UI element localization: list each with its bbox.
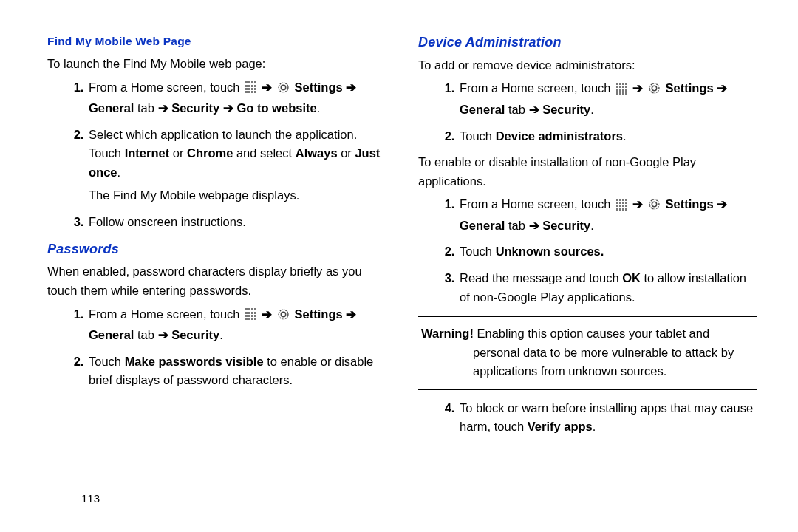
step-text: From a Home screen, touch <box>89 81 243 94</box>
arrow-icon: ➔ <box>158 101 168 115</box>
period: . <box>593 420 596 433</box>
tab-word: tab <box>134 101 157 115</box>
period: . <box>590 103 594 116</box>
device-admin-intro: To add or remove device administrators: <box>418 56 757 75</box>
period: . <box>590 219 594 232</box>
gear-icon <box>277 81 290 100</box>
arrow-icon: ➔ <box>262 81 272 94</box>
step-text: Touch <box>89 355 125 368</box>
security-label: Security <box>542 103 590 116</box>
warning-label: Warning! <box>421 327 474 340</box>
passwords-steps: From a Home screen, touch ➔ Settings ➔ G… <box>47 305 386 390</box>
goto-website-label: Go to website <box>236 101 316 115</box>
tab-word: tab <box>134 328 157 341</box>
np-step-3: Read the message and touch OK to allow i… <box>458 269 757 307</box>
arrow-icon: ➔ <box>346 307 356 321</box>
security-label: Security <box>171 328 219 341</box>
passwords-intro: When enabled, password characters displa… <box>47 262 386 300</box>
heading-find-my-mobile: Find My Mobile Web Page <box>47 33 386 50</box>
step-text: Read the message and touch <box>460 271 622 284</box>
arrow-icon: ➔ <box>717 81 727 95</box>
arrow-icon: ➔ <box>346 81 356 94</box>
warning-text-rest: personal data to be more vulnerable to a… <box>421 344 754 381</box>
da-step-2: Touch Device administrators. <box>458 127 757 146</box>
internet-label: Internet <box>125 146 170 160</box>
step-text: From a Home screen, touch <box>460 81 614 95</box>
svg-point-5 <box>652 86 656 91</box>
arrow-icon: ➔ <box>529 219 539 232</box>
step-text: From a Home screen, touch <box>89 307 243 321</box>
verify-apps-label: Verify apps <box>528 420 593 433</box>
general-label: General <box>89 328 134 341</box>
settings-label: Settings <box>295 307 343 321</box>
find-step-1: From a Home screen, touch ➔ Settings ➔ G… <box>87 78 386 118</box>
np-step-4: To block or warn before installing apps … <box>458 399 757 437</box>
heading-passwords: Passwords <box>47 239 386 260</box>
and-select: and select <box>233 146 295 160</box>
settings-label: Settings <box>666 197 714 211</box>
svg-point-4 <box>649 84 659 94</box>
gear-icon <box>277 307 290 327</box>
or-word: or <box>338 146 355 160</box>
find-step-2: Select which application to launch the a… <box>87 126 386 205</box>
right-column: Device Administration To add or remove d… <box>418 33 757 444</box>
always-label: Always <box>296 146 338 160</box>
apps-icon <box>245 308 257 321</box>
svg-point-7 <box>652 202 656 207</box>
da-step-1: From a Home screen, touch ➔ Settings ➔ G… <box>458 79 757 119</box>
find-intro: To launch the Find My Mobile web page: <box>47 55 386 74</box>
gear-icon <box>648 81 661 100</box>
arrow-icon: ➔ <box>632 197 643 211</box>
warning-note: Warning! Enabling this option causes you… <box>418 316 757 390</box>
find-steps: From a Home screen, touch ➔ Settings ➔ G… <box>47 78 386 232</box>
step-text: From a Home screen, touch <box>460 197 614 211</box>
make-pw-visible-label: Make passwords visible <box>125 355 264 368</box>
arrow-icon: ➔ <box>529 103 539 116</box>
period: . <box>317 101 321 115</box>
nonplay-steps: From a Home screen, touch ➔ Settings ➔ G… <box>418 195 757 307</box>
tab-word: tab <box>505 103 528 116</box>
arrow-icon: ➔ <box>158 328 168 341</box>
device-administrators-label: Device administrators <box>496 129 623 143</box>
period: . <box>623 129 627 143</box>
step-text: Touch <box>460 245 496 258</box>
tab-word: tab <box>505 219 528 232</box>
step-text: To block or warn before installing apps … <box>460 401 753 434</box>
svg-point-6 <box>649 200 659 209</box>
page-number: 113 <box>81 490 100 507</box>
step-subtext: The Find My Mobile webpage displays. <box>89 186 386 205</box>
apps-icon <box>615 199 628 211</box>
heading-device-admin: Device Administration <box>418 33 757 53</box>
pw-step-1: From a Home screen, touch ➔ Settings ➔ G… <box>87 305 386 345</box>
or-word: or <box>169 146 187 160</box>
warning-text-first: Enabling this option causes your tablet … <box>474 327 709 340</box>
svg-point-0 <box>279 83 288 92</box>
security-label: Security <box>171 101 219 115</box>
general-label: General <box>89 101 134 115</box>
device-admin-steps: From a Home screen, touch ➔ Settings ➔ G… <box>418 79 757 146</box>
arrow-icon: ➔ <box>262 307 272 321</box>
svg-point-3 <box>281 312 285 316</box>
chrome-label: Chrome <box>187 146 233 160</box>
period: . <box>219 328 223 341</box>
ok-label: OK <box>622 271 641 284</box>
svg-point-1 <box>281 85 285 89</box>
general-label: General <box>460 219 505 232</box>
apps-icon <box>615 83 628 95</box>
np-step-2: Touch Unknown sources. <box>458 242 757 262</box>
arrow-icon: ➔ <box>717 197 727 211</box>
svg-point-2 <box>279 310 288 319</box>
security-label: Security <box>542 219 590 232</box>
arrow-icon: ➔ <box>632 81 643 95</box>
arrow-icon: ➔ <box>223 101 233 115</box>
gear-icon <box>648 197 661 216</box>
step-text: Touch <box>460 129 496 143</box>
apps-icon <box>245 81 257 94</box>
settings-label: Settings <box>666 81 714 95</box>
unknown-sources-label: Unknown sources. <box>496 245 604 258</box>
pw-step-2: Touch Make passwords visible to enable o… <box>87 352 386 390</box>
period: . <box>117 166 121 179</box>
settings-label: Settings <box>295 81 343 94</box>
find-step-3: Follow onscreen instructions. <box>87 213 386 232</box>
np-step-1: From a Home screen, touch ➔ Settings ➔ G… <box>458 195 757 235</box>
